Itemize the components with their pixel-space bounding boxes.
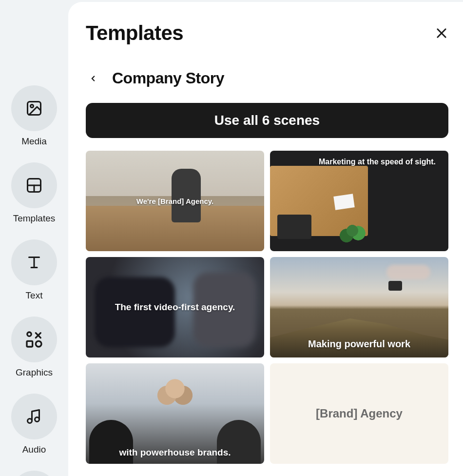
subheader: Company Story	[86, 69, 448, 87]
templates-panel: Templates Company Story Use all 6 scenes…	[68, 2, 463, 476]
sidebar-item-styles[interactable]	[11, 471, 57, 476]
audio-icon	[11, 394, 57, 439]
close-icon	[435, 26, 448, 40]
scene-caption: The first video-first agency.	[110, 302, 240, 313]
sidebar-item-templates[interactable]: Templates	[11, 162, 57, 224]
scene-caption: Making powerful work	[303, 338, 415, 350]
sidebar-item-label: Graphics	[16, 367, 53, 378]
sidebar: Media Templates Text Graphics Audio	[0, 0, 68, 476]
sidebar-item-label: Media	[21, 136, 47, 147]
sidebar-item-label: Templates	[13, 213, 56, 224]
scene-caption: with powerhouse brands.	[114, 447, 235, 458]
sidebar-item-label: Text	[26, 290, 43, 301]
sidebar-item-label: Audio	[22, 444, 46, 455]
chevron-left-icon	[89, 74, 97, 83]
scene-card-6[interactable]: [Brand] Agency	[270, 363, 448, 464]
svg-point-7	[28, 419, 32, 423]
media-icon	[11, 85, 57, 131]
sidebar-item-audio[interactable]: Audio	[11, 394, 57, 455]
category-title: Company Story	[112, 69, 224, 87]
svg-rect-5	[27, 341, 33, 347]
svg-point-8	[35, 417, 39, 422]
graphics-icon	[11, 317, 57, 362]
svg-point-6	[36, 341, 41, 347]
scene-card-2[interactable]: Marketing at the speed of sight.	[270, 151, 448, 251]
sidebar-item-media[interactable]: Media	[11, 85, 57, 147]
sidebar-item-graphics[interactable]: Graphics	[11, 317, 57, 378]
svg-point-1	[31, 105, 34, 108]
scenes-grid: We're [Brand] Agency. Marketing at the s…	[86, 151, 448, 464]
scene-card-3[interactable]: The first video-first agency.	[86, 257, 264, 357]
scene-caption: We're [Brand] Agency.	[132, 197, 218, 205]
templates-icon	[11, 162, 57, 208]
back-button[interactable]	[86, 71, 100, 86]
text-icon	[11, 239, 57, 285]
scene-caption: [Brand] Agency	[311, 407, 407, 420]
use-all-scenes-button[interactable]: Use all 6 scenes	[86, 103, 448, 138]
scene-caption: Marketing at the speed of sight.	[314, 158, 441, 166]
panel-title: Templates	[86, 21, 183, 45]
close-button[interactable]	[435, 26, 448, 40]
sidebar-item-text[interactable]: Text	[11, 239, 57, 301]
scene-card-4[interactable]: Making powerful work	[270, 257, 448, 357]
panel-header: Templates	[86, 21, 448, 45]
scene-card-5[interactable]: with powerhouse brands.	[86, 363, 264, 464]
palette-icon	[11, 471, 57, 476]
scene-card-1[interactable]: We're [Brand] Agency.	[86, 151, 264, 251]
